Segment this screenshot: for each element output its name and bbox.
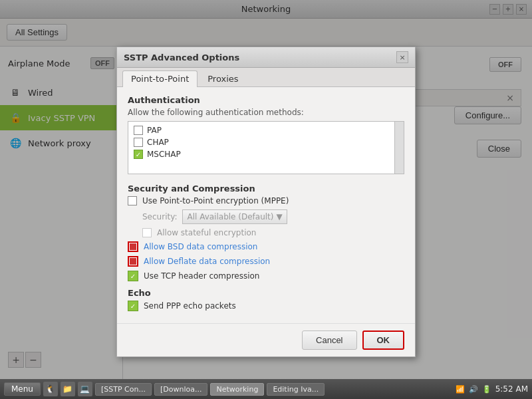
taskbar-menu-button[interactable]: Menu — [4, 382, 41, 396]
stateful-checkbox[interactable] — [142, 228, 152, 237]
mschap-checkbox[interactable]: ✓ — [134, 150, 143, 159]
taskbar-icon-2[interactable]: 📁 — [61, 382, 75, 396]
chap-checkbox[interactable] — [134, 138, 143, 147]
security-select[interactable]: All Available (Default) ▼ — [182, 209, 287, 224]
echo-section-title: Echo — [128, 288, 404, 298]
tcp-label: Use TCP header compression — [144, 271, 259, 281]
tab-point-to-point[interactable]: Point-to-Point — [122, 70, 198, 87]
tcp-checkbox[interactable]: ✓ — [128, 271, 138, 281]
auth-item-pap: PAP — [131, 124, 401, 136]
dialog-close-button[interactable]: × — [396, 51, 408, 63]
ok-button[interactable]: OK — [362, 331, 405, 350]
dialog-title: SSTP Advanced Options — [124, 53, 239, 63]
security-section: Security and Compression Use Point-to-Po… — [128, 184, 404, 281]
ppp-echo-checkbox[interactable]: ✓ — [128, 301, 138, 311]
taskbar-networking[interactable]: Networking — [210, 383, 264, 396]
taskbar-editing-iva[interactable]: Editing Iva... — [267, 383, 325, 396]
deflate-label: Allow Deflate data compression — [144, 257, 270, 266]
bsd-label: Allow BSD data compression — [144, 242, 257, 251]
ppp-echo-row: ✓ Send PPP echo packets — [128, 301, 404, 311]
taskbar: Menu 🐧 📁 💻 [SSTP Con... [Downloa... Netw… — [0, 379, 532, 399]
taskbar-right: 📶 🔊 🔋 5:52 AM — [456, 384, 528, 394]
auth-item-mschap: ✓ MSCHAP — [131, 148, 401, 160]
mppe-checkbox[interactable] — [128, 196, 137, 205]
ppp-echo-label: Send PPP echo packets — [144, 301, 236, 311]
taskbar-icon-3[interactable]: 💻 — [78, 382, 92, 396]
mppe-row: Use Point-to-Point encryption (MPPE) — [128, 196, 404, 205]
mppe-label: Use Point-to-Point encryption (MPPE) — [142, 196, 289, 205]
auth-scrollbar[interactable] — [394, 122, 404, 174]
cancel-button[interactable]: Cancel — [302, 331, 356, 350]
deflate-row: Allow Deflate data compression — [128, 256, 404, 267]
modal-overlay: SSTP Advanced Options × Point-to-Point P… — [0, 0, 532, 399]
volume-icon: 🔊 — [469, 385, 478, 394]
tcp-row: ✓ Use TCP header compression — [128, 271, 404, 281]
taskbar-icon-1[interactable]: 🐧 — [43, 382, 58, 396]
pap-checkbox[interactable] — [134, 126, 143, 135]
security-section-title: Security and Compression — [128, 184, 404, 194]
battery-icon: 🔋 — [482, 385, 491, 394]
echo-section: Echo ✓ Send PPP echo packets — [128, 288, 404, 311]
dialog-tabs: Point-to-Point Proxies — [117, 68, 415, 87]
mschap-label: MSCHAP — [147, 150, 181, 159]
dialog-title-bar: SSTP Advanced Options × — [117, 47, 415, 68]
bsd-checkbox[interactable] — [128, 241, 138, 252]
auth-section-title: Authentication — [128, 95, 404, 105]
security-label: Security: — [142, 212, 177, 221]
taskbar-sstp-con[interactable]: [SSTP Con... — [95, 383, 152, 396]
network-icon: 📶 — [456, 385, 465, 394]
auth-section-desc: Allow the following authentication metho… — [128, 108, 404, 117]
taskbar-clock: 5:52 AM — [495, 384, 528, 394]
taskbar-downloa[interactable]: [Downloa... — [154, 383, 207, 396]
dialog-content: Authentication Allow the following authe… — [117, 87, 415, 323]
auth-item-chap: CHAP — [131, 136, 401, 148]
deflate-checkbox[interactable] — [128, 256, 138, 267]
pap-label: PAP — [147, 126, 162, 135]
bsd-row: Allow BSD data compression — [128, 241, 404, 252]
sstp-advanced-options-dialog: SSTP Advanced Options × Point-to-Point P… — [116, 47, 416, 357]
stateful-row: Allow stateful encryption — [142, 228, 404, 237]
chap-label: CHAP — [147, 138, 169, 147]
security-select-arrow: ▼ — [276, 212, 282, 221]
tab-proxies[interactable]: Proxies — [199, 70, 247, 86]
security-dropdown-row: Security: All Available (Default) ▼ — [142, 209, 404, 224]
auth-listbox: PAP CHAP ✓ MSCHAP — [128, 121, 404, 174]
stateful-label: Allow stateful encryption — [157, 228, 256, 237]
dialog-buttons: Cancel OK — [117, 323, 415, 356]
security-select-value: All Available (Default) — [187, 212, 273, 221]
